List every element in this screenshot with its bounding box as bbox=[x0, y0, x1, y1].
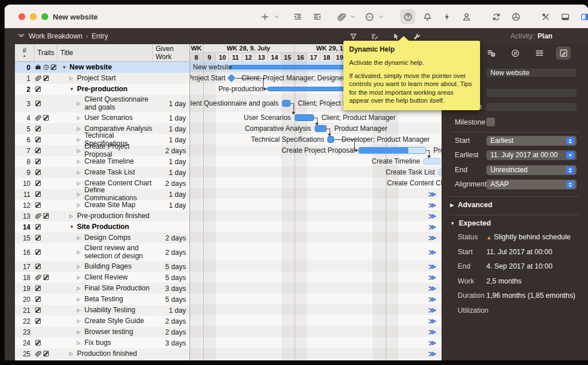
tab-edit-icon[interactable] bbox=[556, 46, 571, 60]
attachment-icon[interactable] bbox=[334, 9, 349, 24]
disclosure-triangle[interactable]: ▷ bbox=[77, 191, 84, 199]
table-row[interactable]: 7▷Create Project Proposal2 days bbox=[15, 145, 189, 156]
disclosure-triangle[interactable]: ▷ bbox=[77, 114, 84, 122]
disclosure-triangle[interactable]: ▷ bbox=[77, 274, 84, 282]
table-row[interactable]: 12▷Create Site Map1 day bbox=[15, 200, 189, 211]
earliest-date-select[interactable]: 11. July 2017 at 00:00 bbox=[486, 150, 577, 160]
tab-utilization-icon[interactable] bbox=[508, 46, 523, 60]
disclosure-triangle[interactable]: ▷ bbox=[69, 75, 77, 83]
breadcrumb-page[interactable]: Entry bbox=[91, 32, 108, 40]
disclosure-triangle[interactable]: ▷ bbox=[69, 212, 77, 220]
table-row[interactable]: 25▷Production finished bbox=[15, 348, 189, 359]
table-row[interactable]: 0▼New website bbox=[15, 62, 189, 73]
help-icon[interactable] bbox=[400, 9, 415, 24]
disclosure-triangle[interactable]: ▼ bbox=[69, 223, 77, 231]
alignment-stepper[interactable] bbox=[566, 181, 574, 188]
table-row[interactable]: 19▷Final Site Production3 days bbox=[15, 283, 189, 294]
disclosure-triangle[interactable]: ▷ bbox=[77, 317, 84, 325]
tab-rows-icon[interactable] bbox=[532, 46, 547, 60]
settings-wrench-icon[interactable] bbox=[413, 32, 421, 41]
table-row[interactable]: 23▷Browser testing2 days bbox=[15, 327, 189, 337]
table-row[interactable]: 14▼Site Production bbox=[15, 222, 189, 232]
note-icon bbox=[34, 285, 42, 292]
disclosure-triangle[interactable]: ▷ bbox=[77, 306, 84, 314]
sync-icon[interactable] bbox=[489, 9, 504, 24]
table-row[interactable]: 22▷Create Style Guide2 days bbox=[15, 316, 189, 327]
disclosure-triangle[interactable]: ▷ bbox=[77, 100, 84, 108]
table-row[interactable]: 17▷Building Pages5 days bbox=[15, 261, 189, 272]
tab-cost-icon[interactable] bbox=[483, 46, 498, 60]
end-select[interactable]: Unrestricted bbox=[486, 165, 577, 175]
table-row[interactable]: 3▷Client Questionnaire and goals1 day bbox=[15, 95, 189, 112]
disclosure-triangle[interactable]: ▷ bbox=[77, 158, 84, 166]
disclosure-triangle[interactable]: ▼ bbox=[62, 64, 69, 72]
disclosure-triangle[interactable]: ▷ bbox=[77, 136, 84, 144]
notifications-bell-icon[interactable] bbox=[420, 9, 435, 24]
column-header-traits[interactable]: Traits bbox=[34, 44, 57, 61]
advanced-section-header[interactable]: ▶ Advanced bbox=[450, 201, 492, 209]
toggle-inspector-panel-icon[interactable] bbox=[577, 9, 588, 24]
breadcrumb[interactable]: Work Breakdown › Entry bbox=[17, 28, 108, 44]
disclosure-triangle[interactable]: ▼ bbox=[69, 86, 77, 94]
start-select[interactable]: Earliest bbox=[486, 136, 577, 146]
table-row[interactable]: 4▷User Scenarios1 day bbox=[15, 112, 189, 123]
column-header-given-work[interactable]: Given Work bbox=[153, 44, 189, 61]
table-row[interactable]: 24▷Fix bugs3 days bbox=[15, 337, 189, 348]
activity-value[interactable]: Plan bbox=[537, 32, 552, 40]
disclosure-triangle[interactable]: ▷ bbox=[77, 263, 84, 271]
table-row[interactable]: 8▷Create Timeline1 day bbox=[15, 156, 189, 167]
table-row[interactable]: 1▷Project Start bbox=[15, 73, 189, 84]
disclosure-triangle[interactable]: ▷ bbox=[77, 234, 84, 242]
table-row[interactable]: 21▷Usability Testing1 day bbox=[15, 305, 189, 316]
disclosure-triangle[interactable]: ▷ bbox=[77, 339, 84, 347]
share-network-icon[interactable] bbox=[508, 9, 523, 24]
more-actions-icon[interactable] bbox=[362, 9, 377, 24]
disclosure-triangle[interactable]: ▷ bbox=[77, 248, 84, 257]
expected-section-header[interactable]: ▼ Expected bbox=[450, 219, 491, 227]
table-row[interactable]: 26▷Post-production bbox=[15, 359, 189, 360]
start-stepper[interactable] bbox=[566, 137, 574, 145]
more-chevron-down-icon[interactable] bbox=[377, 9, 385, 24]
attachment-chevron-down-icon[interactable] bbox=[349, 9, 357, 24]
column-header-title[interactable]: Title bbox=[57, 44, 153, 61]
table-row[interactable]: 9▷Create Task List1 day bbox=[15, 167, 189, 178]
table-row[interactable]: 16▷Client review and selection of design… bbox=[15, 243, 189, 261]
disclosure-triangle[interactable]: ▷ bbox=[77, 180, 84, 188]
end-stepper[interactable] bbox=[566, 166, 574, 174]
work-input[interactable] bbox=[486, 88, 577, 97]
disclosure-triangle[interactable]: ▷ bbox=[77, 285, 84, 293]
add-chevron-down-icon[interactable] bbox=[272, 9, 281, 24]
column-header-number[interactable]: # ▲ bbox=[15, 44, 34, 61]
table-row[interactable]: 13▷Pre-production finished bbox=[15, 211, 189, 222]
table-row[interactable]: 15▷Design Comps2 days bbox=[15, 232, 189, 243]
indent-icon[interactable] bbox=[290, 9, 305, 24]
table-row[interactable]: 2▼Pre-production bbox=[15, 84, 189, 95]
disclosure-triangle[interactable]: ▷ bbox=[77, 328, 84, 336]
disclosure-triangle[interactable]: ▷ bbox=[69, 350, 77, 358]
format-icon[interactable] bbox=[370, 32, 379, 41]
toggle-bottom-panel-icon[interactable] bbox=[558, 9, 572, 24]
assign-user-icon[interactable] bbox=[459, 9, 474, 24]
close-window-button[interactable] bbox=[18, 13, 25, 20]
duration-input[interactable] bbox=[486, 102, 577, 111]
disclosure-triangle[interactable]: ▷ bbox=[77, 125, 84, 133]
table-row[interactable]: 11▷Define Communications1 day bbox=[15, 189, 189, 200]
breadcrumb-section[interactable]: Work Breakdown bbox=[29, 32, 82, 40]
table-row[interactable]: 20▷Beta Testing5 days bbox=[15, 294, 189, 305]
add-icon[interactable] bbox=[257, 9, 272, 24]
milestone-checkbox[interactable] bbox=[486, 118, 495, 126]
disclosure-triangle[interactable]: ▷ bbox=[77, 147, 84, 155]
disclosure-triangle[interactable]: ▷ bbox=[77, 201, 84, 209]
title-input[interactable]: New website bbox=[486, 68, 577, 77]
quick-action-bolt-icon[interactable] bbox=[439, 9, 454, 24]
table-row[interactable]: 18▷Client Review5 days bbox=[15, 272, 189, 283]
filter-icon[interactable] bbox=[349, 32, 358, 41]
minimize-window-button[interactable] bbox=[30, 13, 37, 20]
disclosure-triangle[interactable]: ▷ bbox=[77, 169, 84, 177]
outdent-icon[interactable] bbox=[310, 9, 324, 24]
tools-icon[interactable] bbox=[538, 9, 553, 24]
zoom-window-button[interactable] bbox=[41, 13, 48, 20]
alignment-select[interactable]: ASAP bbox=[486, 180, 577, 189]
disclosure-triangle[interactable]: ▷ bbox=[77, 296, 84, 304]
earliest-dropdown-button[interactable] bbox=[566, 152, 574, 159]
